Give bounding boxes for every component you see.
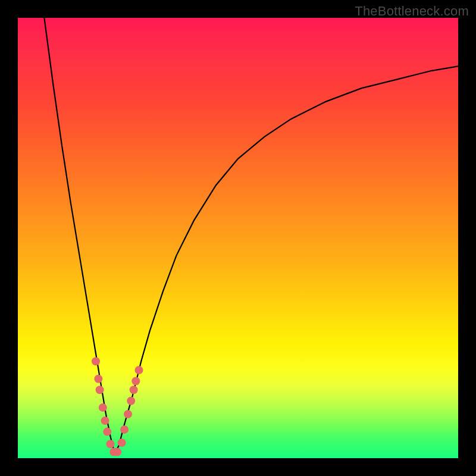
bottleneck-curve: [44, 18, 458, 454]
data-dot: [113, 448, 121, 456]
data-dot: [127, 397, 135, 405]
data-dot: [94, 375, 102, 383]
data-dot: [99, 403, 107, 412]
data-dot: [101, 416, 109, 425]
data-dot: [106, 440, 114, 448]
data-dot: [120, 425, 129, 434]
data-dot: [92, 357, 100, 365]
curve-layer: [18, 18, 458, 458]
data-dot: [124, 410, 132, 418]
data-dot: [103, 428, 111, 436]
data-dot: [96, 386, 104, 394]
data-dot: [130, 386, 138, 394]
watermark-text: TheBottleneck.com: [355, 4, 469, 19]
plot-area: [18, 18, 458, 458]
data-dot: [131, 377, 140, 386]
chart-frame: TheBottleneck.com: [0, 0, 476, 476]
data-dot: [118, 439, 126, 447]
data-dot: [135, 366, 143, 374]
